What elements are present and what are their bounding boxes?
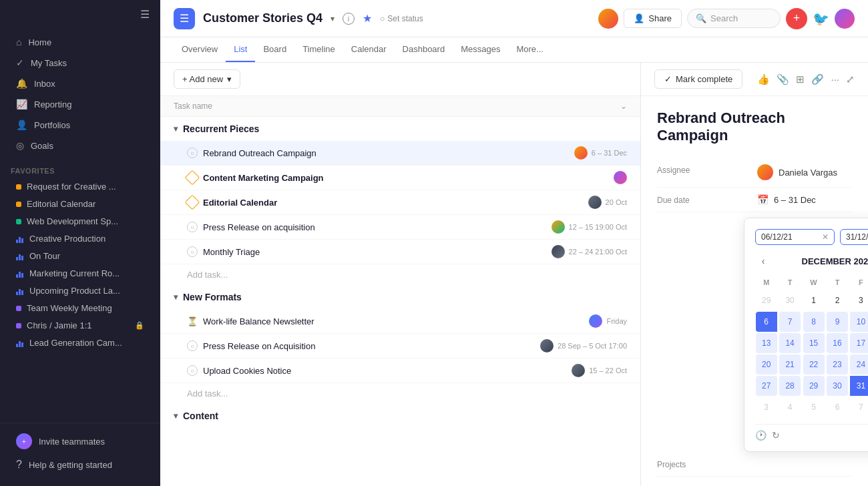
task-row-work-life[interactable]: ⏳ Work-life Balance Newsletter Friday	[160, 309, 640, 334]
task-check-icon[interactable]: ○	[187, 340, 198, 351]
calendar-day[interactable]: 14	[779, 333, 801, 353]
sidebar-item-goals[interactable]: ◎ Goals	[5, 136, 155, 156]
calendar-day[interactable]: 9	[827, 312, 848, 332]
assignee-name: Daniela Vargas	[779, 168, 837, 178]
calendar-day[interactable]: 17	[850, 333, 868, 353]
time-icon[interactable]: 🕐	[755, 430, 767, 441]
menu-icon[interactable]: ☰	[140, 8, 150, 21]
more-icon[interactable]: ···	[831, 73, 839, 85]
share-button[interactable]: 👤 Share	[624, 9, 682, 28]
calendar-day[interactable]: 8	[803, 312, 825, 332]
mark-complete-button[interactable]: ✓ Mark complete	[654, 69, 742, 89]
tab-dashboard[interactable]: Dashboard	[395, 37, 453, 62]
sidebar-item-home[interactable]: ⌂ Home	[5, 32, 155, 52]
calendar-day[interactable]: 31	[850, 376, 868, 396]
task-check-icon[interactable]: ○	[187, 148, 198, 158]
clear-start-date[interactable]: ✕	[822, 232, 829, 242]
task-check-icon[interactable]: ○	[187, 222, 198, 232]
sort-icon[interactable]: ⌄	[620, 101, 627, 111]
calendar-day[interactable]: 20	[756, 354, 777, 375]
start-date-input[interactable]: 06/12/21 ✕	[755, 229, 835, 245]
tab-board[interactable]: Board	[255, 37, 294, 62]
star-icon[interactable]: ★	[363, 12, 372, 25]
sidebar-item-my-tasks[interactable]: ✓ My Tasks	[5, 53, 155, 73]
task-row-rebrand[interactable]: ○ Rebrand Outreach Campaign 6 – 31 Dec	[160, 141, 640, 166]
calendar-day[interactable]: 6	[756, 312, 777, 332]
search-box[interactable]: 🔍 Search	[687, 9, 781, 28]
tab-calendar[interactable]: Calendar	[343, 37, 395, 62]
add-button[interactable]: +	[786, 8, 807, 29]
calendar-day[interactable]: 1	[803, 290, 825, 310]
task-row-monthly-triage[interactable]: ○ Monthly Triage 22 – 24 21:00 Oct	[160, 240, 640, 264]
collapse-icon[interactable]: ▾	[174, 292, 178, 302]
sidebar-fav-lead-generation[interactable]: Lead Generation Cam...	[5, 334, 155, 351]
task-check-icon[interactable]: ○	[187, 365, 198, 376]
calendar-day[interactable]: 29	[803, 376, 825, 396]
calendar-day[interactable]: 2	[827, 290, 848, 310]
add-new-button[interactable]: + Add new ▾	[174, 69, 240, 89]
sidebar-fav-upcoming-product[interactable]: Upcoming Product La...	[5, 282, 155, 299]
sidebar-fav-chris-jamie[interactable]: Chris / Jamie 1:1 🔒	[5, 317, 155, 334]
link-icon[interactable]: 🔗	[811, 73, 824, 85]
repeat-icon[interactable]: ↻	[772, 430, 780, 441]
info-icon[interactable]: i	[343, 13, 355, 25]
sidebar-item-portfolios[interactable]: 👤 Portfolios	[5, 115, 155, 135]
add-task-recurrent[interactable]: Add task...	[160, 264, 640, 285]
collapse-icon[interactable]: ▾	[174, 411, 178, 421]
task-row-content-marketing[interactable]: Content Marketing Campaign	[160, 166, 640, 190]
sidebar-fav-web-development[interactable]: Web Development Sp...	[5, 213, 155, 230]
sidebar-fav-editorial-calendar[interactable]: Editorial Calendar	[5, 196, 155, 212]
sidebar-fav-on-tour[interactable]: On Tour	[5, 248, 155, 264]
attachment-icon[interactable]: 📎	[777, 73, 789, 85]
subtask-icon[interactable]: ⊞	[796, 73, 805, 85]
chevron-down-icon[interactable]: ▾	[331, 14, 335, 23]
tab-messages[interactable]: Messages	[453, 37, 508, 62]
calendar-day[interactable]: 24	[850, 354, 868, 375]
sidebar-fav-marketing-current[interactable]: Marketing Current Ro...	[5, 265, 155, 282]
tab-more[interactable]: More...	[508, 37, 551, 62]
end-date-input[interactable]: 31/12/21 ✕	[840, 229, 868, 245]
task-check-icon[interactable]: ○	[187, 246, 198, 257]
calendar-day[interactable]: 23	[827, 354, 848, 375]
task-check-diamond-icon[interactable]	[185, 195, 200, 210]
sidebar-fav-team-weekly[interactable]: Team Weekly Meeting	[5, 300, 155, 316]
section-content[interactable]: ▾ Content	[160, 404, 640, 428]
set-status-button[interactable]: ○ Set status	[380, 14, 423, 23]
tab-timeline[interactable]: Timeline	[294, 37, 343, 62]
field-value-assignee[interactable]: Daniela Vargas	[757, 164, 852, 180]
calendar-day[interactable]: 16	[827, 333, 848, 353]
task-row-press-release[interactable]: ○ Press Release on acquisition 12 – 15 1…	[160, 215, 640, 240]
help-button[interactable]: ? Help & getting started	[11, 454, 150, 475]
expand-icon[interactable]: ⤢	[846, 73, 855, 85]
topbar-menu-icon[interactable]: ☰	[174, 8, 195, 29]
tab-overview[interactable]: Overview	[174, 37, 226, 62]
field-value-due-date[interactable]: 📅 6 – 31 Dec	[757, 194, 852, 205]
calendar-day[interactable]: 30	[827, 376, 848, 396]
sidebar-fav-request-creative[interactable]: Request for Creative ...	[5, 178, 155, 195]
task-row-editorial-calendar[interactable]: Editorial Calendar 20 Oct	[160, 190, 640, 215]
collapse-icon[interactable]: ▾	[174, 124, 178, 134]
calendar-day[interactable]: 3	[850, 290, 868, 310]
prev-month-button[interactable]: ‹	[755, 253, 771, 269]
calendar-day[interactable]: 28	[779, 376, 801, 396]
sidebar-item-inbox[interactable]: 🔔 Inbox	[5, 73, 155, 93]
tab-list[interactable]: List	[226, 37, 255, 62]
task-row-press-acquisition[interactable]: ○ Press Release on Acquisition 28 Sep – …	[160, 334, 640, 358]
task-date: 28 Sep – 5 Oct 17:00	[558, 342, 627, 350]
sidebar-fav-creative-production[interactable]: Creative Production	[5, 230, 155, 247]
calendar-day[interactable]: 13	[756, 333, 777, 353]
section-recurrent-pieces[interactable]: ▾ Recurrent Pieces	[160, 117, 640, 141]
invite-teammates-button[interactable]: + Invite teammates	[11, 429, 150, 454]
add-task-new-formats[interactable]: Add task...	[160, 383, 640, 404]
calendar-day[interactable]: 27	[756, 376, 777, 396]
calendar-day[interactable]: 15	[803, 333, 825, 353]
calendar-day[interactable]: 7	[779, 312, 801, 332]
section-new-formats[interactable]: ▾ New Formats	[160, 285, 640, 309]
calendar-day[interactable]: 10	[850, 312, 868, 332]
task-row-upload-cookies[interactable]: ○ Upload Cookies Notice 15 – 22 Oct	[160, 358, 640, 383]
task-check-diamond-icon[interactable]	[185, 170, 200, 186]
thumbs-up-icon[interactable]: 👍	[757, 73, 770, 85]
calendar-day[interactable]: 22	[803, 354, 825, 375]
sidebar-item-reporting[interactable]: 📈 Reporting	[5, 94, 155, 114]
calendar-day[interactable]: 21	[779, 354, 801, 375]
